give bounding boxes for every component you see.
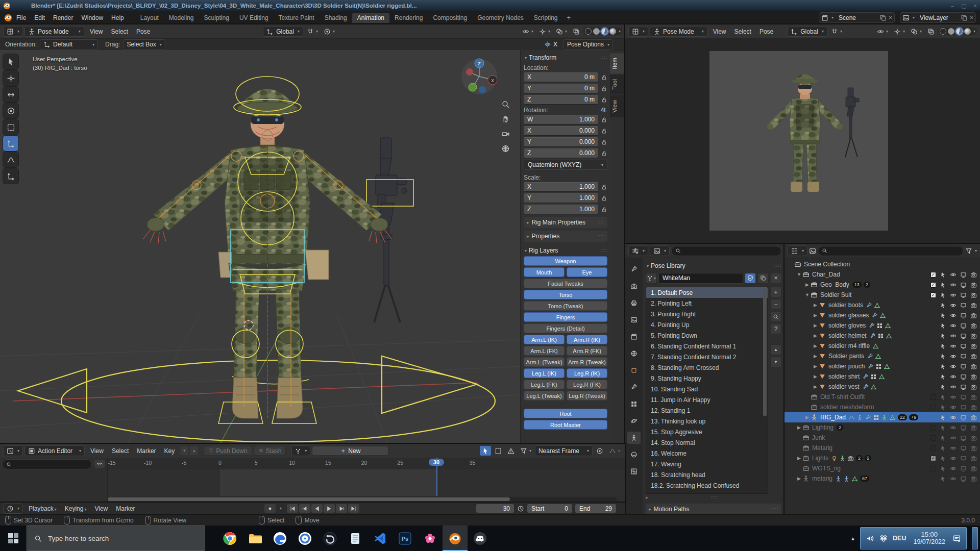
disable-viewport-icon[interactable]	[960, 312, 967, 319]
taskbar-app-chrome[interactable]	[217, 525, 242, 551]
properties-search-input[interactable]	[671, 246, 781, 256]
exclude-checkbox[interactable]	[930, 394, 936, 400]
viewport-menu-pose[interactable]: Pose	[132, 27, 154, 36]
hide-icon[interactable]	[950, 455, 957, 462]
xray-toggle[interactable]	[571, 27, 582, 36]
interpolation-dropdown[interactable]: ▾	[607, 446, 622, 456]
pan-hand-icon[interactable]	[501, 115, 510, 123]
overlays-dropdown[interactable]: ▾	[909, 27, 924, 36]
unlink-datablock-button[interactable]: ×	[770, 273, 781, 284]
pose-options-dropdown[interactable]: Pose Options▾	[564, 39, 613, 50]
new-view-layer-button[interactable]	[961, 14, 968, 21]
mode-selector[interactable]: Pose Mode▾	[650, 26, 707, 37]
outliner-row-metarig[interactable]: ▶metarig67	[785, 473, 980, 484]
push-down-button[interactable]: Push Down	[204, 446, 252, 456]
menu-file[interactable]: File	[12, 13, 30, 22]
hide-icon[interactable]	[950, 404, 957, 411]
disable-render-icon[interactable]	[970, 292, 977, 298]
disable-render-icon[interactable]	[970, 302, 977, 309]
pose-item[interactable]: 13. Thinking look up	[646, 416, 768, 427]
timeline-menu-playback[interactable]: Playback▾	[24, 504, 61, 513]
editor-type-button[interactable]: ▾	[628, 26, 648, 37]
disable-viewport-icon[interactable]	[960, 343, 967, 349]
rig-layer-weapon[interactable]: Weapon	[524, 256, 607, 266]
maximize-button[interactable]: ▢	[961, 3, 966, 9]
disable-render-icon[interactable]	[970, 384, 977, 390]
pose-item[interactable]: 18.2. Scratching Head Confused	[646, 480, 768, 491]
hide-icon[interactable]	[950, 333, 957, 339]
shading-dropdown[interactable]: ▾	[973, 29, 975, 34]
taskbar-app-vscode[interactable]	[368, 525, 393, 551]
taskbar-app-krita[interactable]	[418, 525, 443, 551]
rig-layer-arm-l-ik[interactable]: Arm.L (IK)	[524, 335, 565, 344]
selectable-icon[interactable]	[940, 424, 946, 431]
viewport-menu-select[interactable]: Select	[730, 27, 755, 36]
panel-properties[interactable]: ▸Properties∷∷	[524, 231, 607, 242]
expand-toggle[interactable]: ▶	[804, 282, 811, 287]
hide-icon[interactable]	[950, 435, 957, 441]
rig-layer-arm-r-tweak[interactable]: Arm.R (Tweak)	[567, 357, 607, 367]
dropbox-icon[interactable]	[879, 534, 888, 542]
expand-toggle[interactable]: ▶	[796, 456, 802, 461]
taskbar-app-notepad[interactable]	[342, 525, 368, 551]
properties-tab-view-layer[interactable]	[627, 314, 641, 326]
expand-toggle[interactable]: ▶	[812, 343, 819, 348]
exclude-checkbox[interactable]	[930, 445, 936, 451]
pose-list-scrollbar[interactable]	[763, 289, 767, 416]
pose-item[interactable]: 17. Waving	[646, 459, 768, 469]
view-layer-selector[interactable]: ▾ ViewLayer ×	[900, 12, 976, 23]
outliner-row-char-dad[interactable]: ▼Char_Dad✓	[785, 269, 980, 280]
hide-icon[interactable]	[950, 312, 957, 319]
expand-toggle[interactable]: ▼	[804, 292, 811, 297]
scene-selector[interactable]: ▾ Scene ×	[819, 12, 895, 23]
disable-render-icon[interactable]	[970, 465, 977, 472]
tool-select-box[interactable]	[3, 54, 18, 69]
selectable-icon[interactable]	[940, 394, 946, 400]
pose-move-down-button[interactable]: ▼	[770, 357, 781, 367]
disable-render-icon[interactable]	[970, 373, 977, 380]
title-bar[interactable]: Blender* [E:\Zudrit Studios\Projects\_BL…	[0, 0, 980, 11]
exclude-checkbox[interactable]: ✓	[930, 282, 936, 288]
add-workspace-button[interactable]: +	[563, 14, 575, 21]
pose-help-button[interactable]: ?	[770, 323, 781, 334]
editor-type-button[interactable]: ▾	[3, 26, 23, 37]
taskbar-app-obs[interactable]	[317, 525, 342, 551]
keyboard-language[interactable]: DEU	[893, 535, 906, 542]
selectable-icon[interactable]	[940, 343, 946, 349]
xray-toggle[interactable]	[925, 27, 937, 36]
snap-mode-dropdown[interactable]: Nearest Frame▾	[535, 445, 593, 456]
expand-toggle[interactable]: ▼	[796, 272, 802, 277]
properties-tab-world[interactable]	[627, 347, 641, 360]
outliner-row-lighting[interactable]: ▶Lighting2	[785, 422, 980, 433]
wireframe-shading-button[interactable]	[585, 28, 592, 35]
rig-layer-arm-r-ik[interactable]: Arm.R (IK)	[567, 335, 607, 344]
pose-item[interactable]: 4. Pointing Up	[646, 319, 768, 330]
pose-item[interactable]: 9. Standing Happy	[646, 373, 768, 384]
pose-search-button[interactable]	[770, 311, 781, 322]
material-shading-button[interactable]	[601, 28, 608, 35]
taskbar-app-media-player[interactable]	[292, 525, 317, 551]
show-errors-toggle[interactable]	[505, 446, 517, 456]
camera-view-icon[interactable]	[501, 130, 510, 138]
hide-icon[interactable]	[950, 353, 957, 360]
pose-item[interactable]: 11. Jump in Air Happy	[646, 394, 768, 405]
delete-view-layer-button[interactable]: ×	[970, 14, 973, 21]
menu-edit[interactable]: Edit	[30, 13, 49, 22]
taskbar-search[interactable]	[27, 525, 205, 551]
hide-icon[interactable]	[950, 282, 957, 288]
channel-filter-toggle[interactable]	[94, 459, 105, 468]
solid-shading-button[interactable]	[948, 28, 954, 35]
current-frame-badge[interactable]: 30	[429, 459, 444, 466]
selectable-icon[interactable]	[940, 384, 946, 390]
properties-tab-material[interactable]	[627, 448, 641, 461]
gizmo-dropdown[interactable]: ▾	[537, 27, 552, 36]
expand-toggle[interactable]: ▶	[812, 354, 819, 359]
shading-dropdown[interactable]: ▾	[619, 29, 621, 34]
taskbar-app-discord[interactable]	[468, 525, 493, 551]
rendered-shading-button[interactable]	[964, 28, 971, 35]
editor-type-button[interactable]: ▾	[3, 503, 23, 514]
jump-last-button[interactable]	[348, 504, 359, 513]
expand-toggle[interactable]: ▶	[812, 374, 819, 379]
record-button[interactable]	[264, 504, 276, 513]
outliner-row-soldier-m4-riffle[interactable]: ▶soldier m4 riffle	[785, 341, 980, 351]
